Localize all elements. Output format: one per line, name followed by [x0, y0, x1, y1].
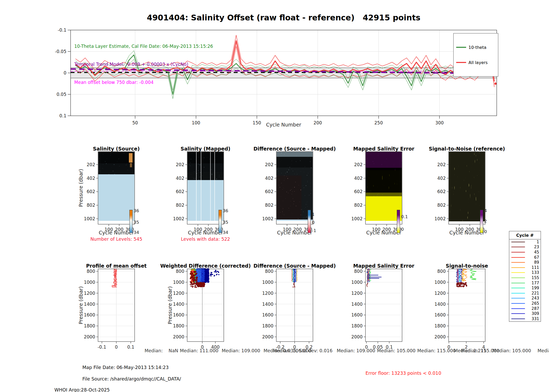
- bot-y-tick-label: 1600: [84, 312, 95, 318]
- mid-y-tick-label: 602: [437, 189, 446, 194]
- mid-y-tick-label: 802: [437, 203, 446, 208]
- mid-y-tick-label: 402: [437, 176, 446, 181]
- map-file-date: Map File Date: 06-May-2013 15:14:23: [82, 365, 169, 370]
- cycle-legend-entry: 199: [509, 285, 541, 291]
- bot-y-tick-label: 1000: [173, 280, 184, 285]
- bottom-panel-title: Profile of mean offset: [64, 263, 169, 269]
- cycle-legend-label: 331: [525, 316, 539, 321]
- cycle-legend-line: [511, 308, 525, 309]
- bot-y-tick-label: 1800: [351, 323, 363, 328]
- bot-y-tick-label: 1200: [351, 291, 363, 296]
- bot-y-tick-label: 1200: [173, 291, 184, 296]
- median-label: Median: 105.000: [493, 348, 531, 353]
- cycle-legend-entry: 177: [509, 280, 541, 286]
- bot-y-tick-label: 1200: [262, 291, 273, 296]
- bot-y-tick-label: 800: [87, 269, 95, 274]
- colorbar-tick-label: 2: [484, 219, 487, 224]
- cycle-legend-entry: 133: [509, 270, 541, 275]
- cycle-legend-label: 155: [525, 275, 539, 280]
- mid-y-tick-label: 1002: [173, 216, 184, 221]
- median-label: Median: 109.000: [222, 348, 260, 353]
- mid-panel-xlabel: Cycle Number: [255, 230, 334, 235]
- colorbar-tick-label: 36: [223, 208, 228, 213]
- mid-y-tick-label: 602: [176, 189, 184, 194]
- bot-y-tick-label: 1800: [173, 323, 184, 328]
- colorbar-tick-label: 34: [134, 230, 139, 235]
- cycle-legend-line: [511, 272, 525, 273]
- colorbar: [219, 210, 222, 233]
- cycle-legend-entry: 155: [509, 275, 541, 280]
- bot-y-tick-label: 1600: [351, 312, 363, 318]
- cycle-legend-line: [511, 303, 525, 304]
- bot-y-tick-label: 1400: [434, 302, 446, 307]
- cycle-legend-line: [511, 278, 525, 278]
- mid-panel-xlabel: Cycle Number: [345, 230, 423, 235]
- colorbar: [308, 210, 311, 233]
- mid-panel-title: Signal-to-Noise (reference): [415, 146, 519, 152]
- mid-y-tick-label: 802: [87, 203, 95, 208]
- cycle-legend-label: 67: [525, 255, 539, 260]
- cycle-legend-entry: 309: [509, 311, 541, 316]
- cycle-legend-line: [511, 257, 525, 258]
- cycle-legend-line: [511, 319, 525, 319]
- mid-y-tick-label: 602: [87, 189, 95, 194]
- bot-y-tick-label: 1600: [434, 312, 446, 318]
- cycle-legend-label: 89: [525, 260, 539, 265]
- figure-title: 4901404: Salinity Offset (raw float - re…: [71, 13, 497, 22]
- watermark: WHOI Argo:28-Oct-2025: [54, 387, 110, 392]
- median-label: Median: 115.000: [417, 348, 456, 353]
- bot-y-tick-label: 1400: [84, 302, 95, 307]
- mid-y-tick-label: 202: [176, 162, 184, 167]
- cycle-legend-entry: 287: [509, 306, 541, 311]
- mid-y-tick-label: 402: [354, 176, 363, 181]
- error-floor-note: Error floor: 13233 points < 0.010: [365, 371, 441, 376]
- cycle-legend-entry: 243: [509, 296, 541, 301]
- bot-y-tick-label: 1200: [84, 291, 95, 296]
- bot-x-tick-label: 0: [115, 344, 118, 350]
- bot-y-tick-label: 2000: [262, 334, 273, 339]
- cycle-legend-entry: 1: [509, 239, 541, 245]
- cycle-legend-title: Cycle #: [509, 231, 541, 239]
- end-marker: [494, 83, 497, 85]
- panel-caption: Number of Levels: 545: [77, 237, 156, 242]
- cycle-legend-label: 111: [525, 265, 539, 270]
- bot-y-tick-label: 1400: [262, 302, 273, 307]
- cycle-legend-label: 23: [525, 245, 539, 249]
- top-chart-annotations: 10-Theta Layer Estimate, Cal File Date: …: [74, 31, 213, 97]
- cycle-legend-label: 221: [525, 291, 539, 296]
- figure: 50100150200250300-0.1-0.0500.050.1202402…: [0, 0, 549, 392]
- cycle-legend-entry: 45: [509, 250, 541, 255]
- bottom-panel-title: Difference (Source - Mapped): [242, 263, 347, 269]
- cycle-legend-line: [511, 242, 525, 242]
- bot-x-tick-label: 0.1: [127, 344, 134, 350]
- bot-x-tick-label: -0.1: [98, 344, 106, 350]
- mid-panel-title: Salinity (Source): [64, 146, 169, 152]
- mid-y-tick-label: 802: [265, 203, 273, 208]
- top-chart-xlabel: Cycle Number: [71, 122, 497, 128]
- mid-y-tick-label: 602: [265, 189, 273, 194]
- bot-y-tick-label: 1600: [173, 312, 184, 318]
- median-label: Median: 106.000: [273, 348, 311, 353]
- legend-line-all-layers: [456, 62, 466, 63]
- mid-y-tick-label: 202: [437, 162, 446, 167]
- mid-y-tick-label: 202: [265, 162, 273, 167]
- mid-y-tick-label: 802: [176, 203, 184, 208]
- bot-y-tick-label: 800: [176, 269, 184, 274]
- bot-y-tick-label: 1000: [351, 280, 363, 285]
- bot-y-tick-label: 1400: [351, 302, 363, 307]
- top-chart-legend: 10-theta All layers: [453, 33, 498, 77]
- mid-ylabel: Pressure (dbar): [78, 169, 84, 207]
- colorbar-tick-label: 35: [223, 220, 228, 225]
- mid-y-tick-label: 1002: [262, 216, 273, 221]
- mid-panel-xlabel: Cycle Number: [428, 230, 506, 235]
- cycle-legend-label: 287: [525, 306, 539, 311]
- mid-y-tick-label: 402: [265, 176, 273, 181]
- colorbar-tick-label: 34: [223, 230, 228, 235]
- median-label: Median: 105.000: [537, 348, 549, 353]
- top-y-tick-label: 0: [64, 70, 66, 76]
- bot-y-tick-label: 1600: [262, 312, 273, 318]
- cycle-legend-line: [511, 262, 525, 263]
- bot-y-tick-label: 1400: [173, 302, 184, 307]
- colorbar-tick-label: 4: [484, 208, 487, 213]
- mid-y-tick-label: 1002: [84, 216, 95, 221]
